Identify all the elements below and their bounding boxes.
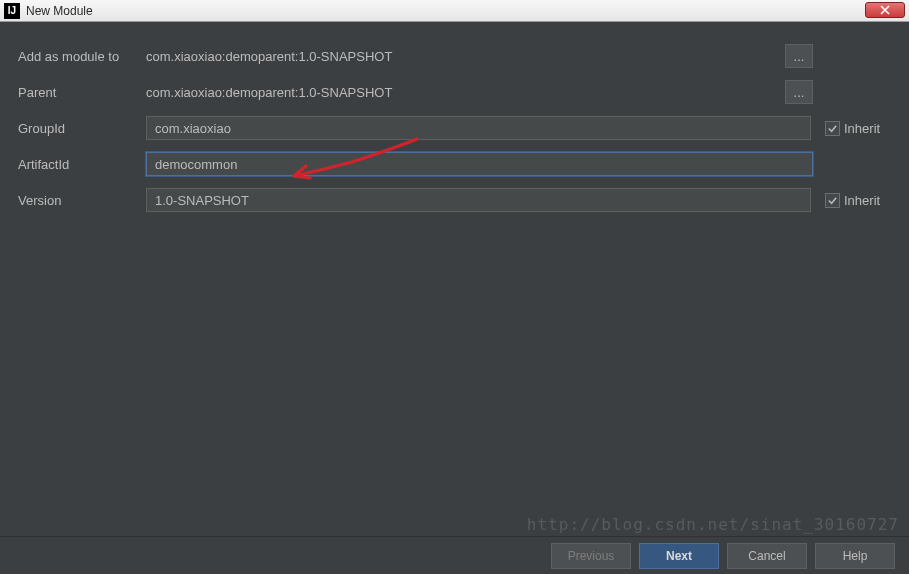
input-artifactid[interactable] xyxy=(146,152,813,176)
input-version[interactable] xyxy=(146,188,811,212)
value-parent: com.xiaoxiao:demoparent:1.0-SNAPSHOT xyxy=(146,85,775,100)
row-groupid: GroupId Inherit xyxy=(18,112,895,144)
label-artifactid: ArtifactId xyxy=(18,157,146,172)
watermark-text: http://blog.csdn.net/sinat_30160727 xyxy=(527,515,899,534)
help-button[interactable]: Help xyxy=(815,543,895,569)
titlebar: IJ New Module xyxy=(0,0,909,22)
previous-button[interactable]: Previous xyxy=(551,543,631,569)
next-button[interactable]: Next xyxy=(639,543,719,569)
checkbox-version-inherit[interactable] xyxy=(825,193,840,208)
browse-parent-button[interactable]: ... xyxy=(785,80,813,104)
label-version: Version xyxy=(18,193,146,208)
browse-add-as-module-button[interactable]: ... xyxy=(785,44,813,68)
row-artifactid: ArtifactId xyxy=(18,148,895,180)
checkbox-groupid-inherit[interactable] xyxy=(825,121,840,136)
row-version: Version Inherit xyxy=(18,184,895,216)
window-title: New Module xyxy=(26,4,93,18)
label-groupid: GroupId xyxy=(18,121,146,136)
app-icon: IJ xyxy=(4,3,20,19)
cancel-button[interactable]: Cancel xyxy=(727,543,807,569)
label-parent: Parent xyxy=(18,85,146,100)
row-parent: Parent com.xiaoxiao:demoparent:1.0-SNAPS… xyxy=(18,76,895,108)
label-groupid-inherit: Inherit xyxy=(844,121,880,136)
value-add-as-module: com.xiaoxiao:demoparent:1.0-SNAPSHOT xyxy=(146,49,775,64)
row-add-as-module: Add as module to com.xiaoxiao:demoparent… xyxy=(18,40,895,72)
label-version-inherit: Inherit xyxy=(844,193,880,208)
bottom-button-bar: Previous Next Cancel Help xyxy=(0,536,909,574)
close-button[interactable] xyxy=(865,2,905,18)
label-add-as-module: Add as module to xyxy=(18,49,146,64)
input-groupid[interactable] xyxy=(146,116,811,140)
form-area: Add as module to com.xiaoxiao:demoparent… xyxy=(0,22,909,216)
